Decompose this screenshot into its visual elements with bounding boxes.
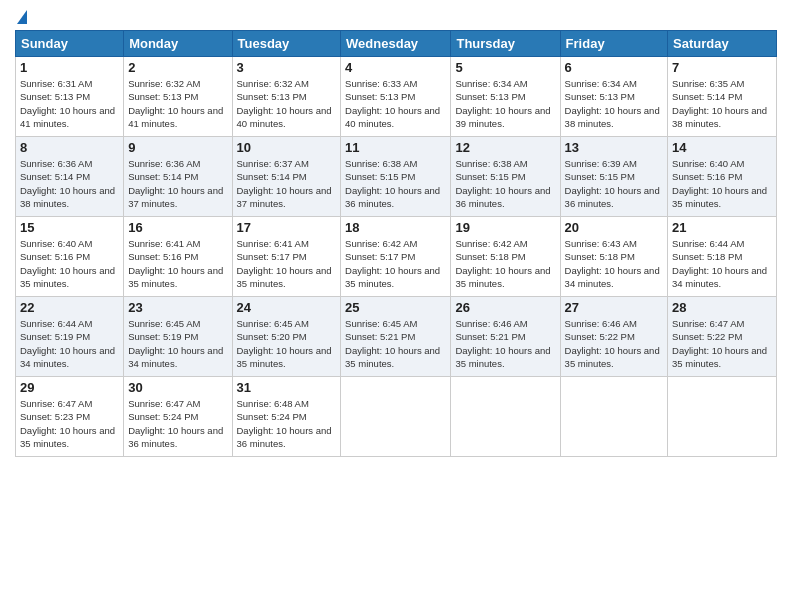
day-number: 31 (237, 380, 337, 395)
day-info: Sunrise: 6:48 AMSunset: 5:24 PMDaylight:… (237, 398, 332, 449)
day-info: Sunrise: 6:34 AMSunset: 5:13 PMDaylight:… (455, 78, 550, 129)
calendar-header-wednesday: Wednesday (341, 31, 451, 57)
day-info: Sunrise: 6:43 AMSunset: 5:18 PMDaylight:… (565, 238, 660, 289)
calendar-cell: 12 Sunrise: 6:38 AMSunset: 5:15 PMDaylig… (451, 137, 560, 217)
day-info: Sunrise: 6:44 AMSunset: 5:19 PMDaylight:… (20, 318, 115, 369)
calendar-cell (451, 377, 560, 457)
calendar-cell: 23 Sunrise: 6:45 AMSunset: 5:19 PMDaylig… (124, 297, 232, 377)
calendar-header-monday: Monday (124, 31, 232, 57)
day-info: Sunrise: 6:40 AMSunset: 5:16 PMDaylight:… (672, 158, 767, 209)
day-info: Sunrise: 6:47 AMSunset: 5:23 PMDaylight:… (20, 398, 115, 449)
day-number: 13 (565, 140, 663, 155)
calendar-week-4: 22 Sunrise: 6:44 AMSunset: 5:19 PMDaylig… (16, 297, 777, 377)
logo-icon (17, 10, 27, 24)
day-number: 27 (565, 300, 663, 315)
day-info: Sunrise: 6:32 AMSunset: 5:13 PMDaylight:… (237, 78, 332, 129)
day-number: 22 (20, 300, 119, 315)
day-number: 18 (345, 220, 446, 235)
day-info: Sunrise: 6:38 AMSunset: 5:15 PMDaylight:… (345, 158, 440, 209)
calendar-header-thursday: Thursday (451, 31, 560, 57)
calendar-cell: 21 Sunrise: 6:44 AMSunset: 5:18 PMDaylig… (668, 217, 777, 297)
day-number: 23 (128, 300, 227, 315)
day-number: 8 (20, 140, 119, 155)
calendar-week-1: 1 Sunrise: 6:31 AMSunset: 5:13 PMDayligh… (16, 57, 777, 137)
calendar-cell: 7 Sunrise: 6:35 AMSunset: 5:14 PMDayligh… (668, 57, 777, 137)
calendar-cell: 5 Sunrise: 6:34 AMSunset: 5:13 PMDayligh… (451, 57, 560, 137)
day-info: Sunrise: 6:44 AMSunset: 5:18 PMDaylight:… (672, 238, 767, 289)
calendar-cell: 31 Sunrise: 6:48 AMSunset: 5:24 PMDaylig… (232, 377, 341, 457)
day-info: Sunrise: 6:45 AMSunset: 5:20 PMDaylight:… (237, 318, 332, 369)
page-container: SundayMondayTuesdayWednesdayThursdayFrid… (0, 0, 792, 462)
day-number: 25 (345, 300, 446, 315)
calendar-week-5: 29 Sunrise: 6:47 AMSunset: 5:23 PMDaylig… (16, 377, 777, 457)
day-info: Sunrise: 6:47 AMSunset: 5:24 PMDaylight:… (128, 398, 223, 449)
calendar-cell: 25 Sunrise: 6:45 AMSunset: 5:21 PMDaylig… (341, 297, 451, 377)
calendar-header-row: SundayMondayTuesdayWednesdayThursdayFrid… (16, 31, 777, 57)
calendar-header-saturday: Saturday (668, 31, 777, 57)
day-number: 5 (455, 60, 555, 75)
day-info: Sunrise: 6:46 AMSunset: 5:21 PMDaylight:… (455, 318, 550, 369)
calendar-header-tuesday: Tuesday (232, 31, 341, 57)
day-number: 7 (672, 60, 772, 75)
calendar-table: SundayMondayTuesdayWednesdayThursdayFrid… (15, 30, 777, 457)
calendar-cell: 2 Sunrise: 6:32 AMSunset: 5:13 PMDayligh… (124, 57, 232, 137)
day-number: 9 (128, 140, 227, 155)
day-number: 14 (672, 140, 772, 155)
day-info: Sunrise: 6:36 AMSunset: 5:14 PMDaylight:… (128, 158, 223, 209)
day-number: 19 (455, 220, 555, 235)
day-number: 3 (237, 60, 337, 75)
day-info: Sunrise: 6:34 AMSunset: 5:13 PMDaylight:… (565, 78, 660, 129)
day-number: 30 (128, 380, 227, 395)
day-info: Sunrise: 6:40 AMSunset: 5:16 PMDaylight:… (20, 238, 115, 289)
calendar-cell: 11 Sunrise: 6:38 AMSunset: 5:15 PMDaylig… (341, 137, 451, 217)
calendar-cell: 3 Sunrise: 6:32 AMSunset: 5:13 PMDayligh… (232, 57, 341, 137)
calendar-cell: 15 Sunrise: 6:40 AMSunset: 5:16 PMDaylig… (16, 217, 124, 297)
calendar-cell: 30 Sunrise: 6:47 AMSunset: 5:24 PMDaylig… (124, 377, 232, 457)
day-number: 10 (237, 140, 337, 155)
calendar-cell (668, 377, 777, 457)
day-number: 24 (237, 300, 337, 315)
day-info: Sunrise: 6:39 AMSunset: 5:15 PMDaylight:… (565, 158, 660, 209)
day-info: Sunrise: 6:38 AMSunset: 5:15 PMDaylight:… (455, 158, 550, 209)
calendar-header-friday: Friday (560, 31, 667, 57)
calendar-cell: 17 Sunrise: 6:41 AMSunset: 5:17 PMDaylig… (232, 217, 341, 297)
calendar-week-2: 8 Sunrise: 6:36 AMSunset: 5:14 PMDayligh… (16, 137, 777, 217)
calendar-cell: 28 Sunrise: 6:47 AMSunset: 5:22 PMDaylig… (668, 297, 777, 377)
calendar-cell: 24 Sunrise: 6:45 AMSunset: 5:20 PMDaylig… (232, 297, 341, 377)
calendar-cell: 29 Sunrise: 6:47 AMSunset: 5:23 PMDaylig… (16, 377, 124, 457)
calendar-cell (341, 377, 451, 457)
day-info: Sunrise: 6:41 AMSunset: 5:17 PMDaylight:… (237, 238, 332, 289)
calendar-cell: 8 Sunrise: 6:36 AMSunset: 5:14 PMDayligh… (16, 137, 124, 217)
day-number: 17 (237, 220, 337, 235)
calendar-cell: 6 Sunrise: 6:34 AMSunset: 5:13 PMDayligh… (560, 57, 667, 137)
calendar-cell: 9 Sunrise: 6:36 AMSunset: 5:14 PMDayligh… (124, 137, 232, 217)
calendar-cell: 19 Sunrise: 6:42 AMSunset: 5:18 PMDaylig… (451, 217, 560, 297)
calendar-cell: 13 Sunrise: 6:39 AMSunset: 5:15 PMDaylig… (560, 137, 667, 217)
day-info: Sunrise: 6:41 AMSunset: 5:16 PMDaylight:… (128, 238, 223, 289)
day-info: Sunrise: 6:33 AMSunset: 5:13 PMDaylight:… (345, 78, 440, 129)
calendar-week-3: 15 Sunrise: 6:40 AMSunset: 5:16 PMDaylig… (16, 217, 777, 297)
day-number: 20 (565, 220, 663, 235)
day-number: 15 (20, 220, 119, 235)
day-info: Sunrise: 6:46 AMSunset: 5:22 PMDaylight:… (565, 318, 660, 369)
calendar-cell: 22 Sunrise: 6:44 AMSunset: 5:19 PMDaylig… (16, 297, 124, 377)
calendar-header-sunday: Sunday (16, 31, 124, 57)
day-number: 12 (455, 140, 555, 155)
day-info: Sunrise: 6:47 AMSunset: 5:22 PMDaylight:… (672, 318, 767, 369)
header (15, 10, 777, 24)
day-number: 1 (20, 60, 119, 75)
calendar-cell: 10 Sunrise: 6:37 AMSunset: 5:14 PMDaylig… (232, 137, 341, 217)
day-info: Sunrise: 6:31 AMSunset: 5:13 PMDaylight:… (20, 78, 115, 129)
day-number: 11 (345, 140, 446, 155)
calendar-cell: 14 Sunrise: 6:40 AMSunset: 5:16 PMDaylig… (668, 137, 777, 217)
day-number: 4 (345, 60, 446, 75)
calendar-cell: 4 Sunrise: 6:33 AMSunset: 5:13 PMDayligh… (341, 57, 451, 137)
calendar-cell: 26 Sunrise: 6:46 AMSunset: 5:21 PMDaylig… (451, 297, 560, 377)
day-number: 6 (565, 60, 663, 75)
day-info: Sunrise: 6:35 AMSunset: 5:14 PMDaylight:… (672, 78, 767, 129)
day-number: 2 (128, 60, 227, 75)
day-number: 16 (128, 220, 227, 235)
day-number: 29 (20, 380, 119, 395)
day-info: Sunrise: 6:42 AMSunset: 5:17 PMDaylight:… (345, 238, 440, 289)
logo (15, 10, 27, 24)
